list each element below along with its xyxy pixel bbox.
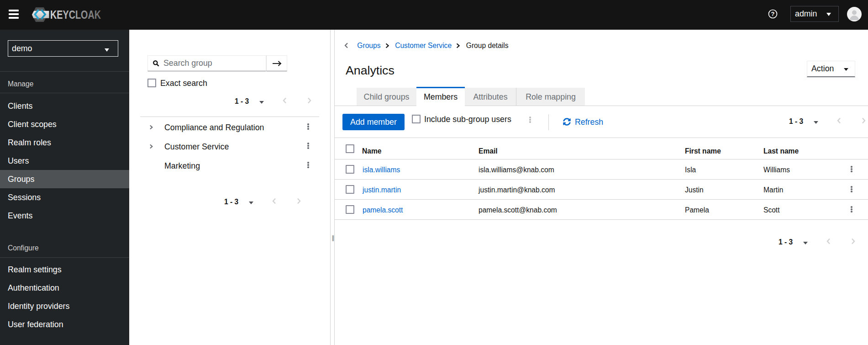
svg-text:KEYCLOAK: KEYCLOAK <box>50 8 101 21</box>
svg-text:?: ? <box>771 11 775 17</box>
